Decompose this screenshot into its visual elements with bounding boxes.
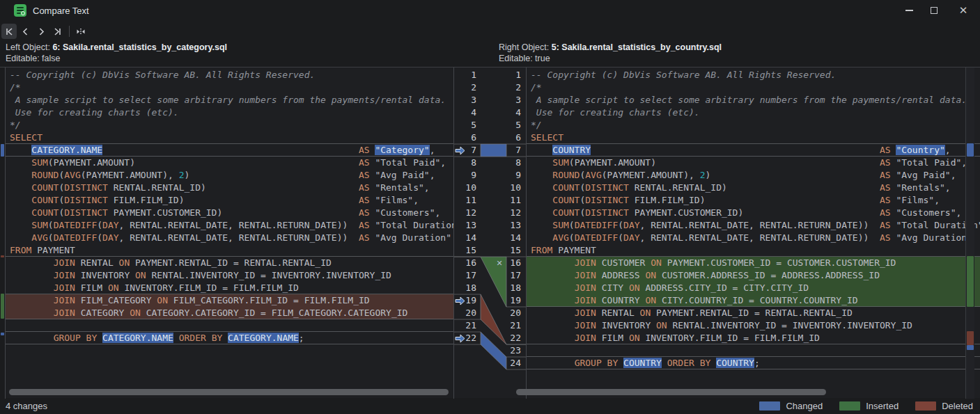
code-line: COUNT(DISTINCT FILM.FILM_ID)AS "Films", bbox=[526, 194, 980, 207]
code-line: JOIN FILM_CATEGORY ON FILM_CATEGORY.FILM… bbox=[5, 294, 453, 307]
code-line: SUM(PAYMENT.AMOUNT)AS "Total Paid", bbox=[5, 157, 453, 169]
diff-border-line bbox=[526, 156, 980, 157]
code-line: A sample script to select some arbitrary… bbox=[526, 94, 980, 106]
code-line: COUNTRYAS "Country", bbox=[526, 144, 980, 157]
legend-label: Inserted bbox=[866, 401, 899, 411]
code-line: /* bbox=[5, 81, 453, 94]
left-overview-strip bbox=[0, 67, 5, 399]
merge-arrow-icon[interactable] bbox=[455, 296, 465, 305]
code-line: GROUP BY CATEGORY.NAME ORDER BY CATEGORY… bbox=[5, 332, 453, 344]
code-line: JOIN INVENTORY ON RENTAL.INVENTORY_ID = … bbox=[526, 319, 980, 332]
diff-border-line bbox=[5, 143, 453, 144]
code-line: ROUND(AVG(PAYMENT.AMOUNT), 2)AS "Avg Pai… bbox=[5, 169, 453, 182]
diff-legend: Changed Inserted Deleted bbox=[759, 398, 973, 414]
legend-label: Deleted bbox=[942, 401, 973, 411]
diff-border-line bbox=[5, 294, 453, 294]
reject-insertion-icon[interactable]: ✕ bbox=[495, 259, 504, 267]
last-difference-button[interactable] bbox=[49, 24, 65, 39]
window-title: Compare Text bbox=[33, 6, 89, 16]
code-line: COUNT(DISTINCT RENTAL.RENTAL_ID)AS "Rent… bbox=[5, 182, 453, 194]
code-line: JOIN CUSTOMER ON PAYMENT.CUSTOMER_ID = C… bbox=[526, 257, 980, 269]
code-line: SELECT bbox=[526, 132, 980, 144]
left-object-name: 6: Sakila.rental_statistics_by_category.… bbox=[52, 42, 227, 52]
legend-item-inserted: Inserted bbox=[839, 401, 899, 411]
code-line: COUNT(DISTINCT FILM.FILM_ID)AS "Films", bbox=[5, 194, 453, 207]
code-line: JOIN CITY ON ADDRESS.CITY_ID = CITY.CITY… bbox=[526, 282, 980, 294]
code-line: Use for creating charts (etc). bbox=[526, 106, 980, 119]
minimize-icon bbox=[905, 10, 913, 11]
changes-count: 4 changes bbox=[6, 401, 47, 411]
last-difference-icon bbox=[53, 27, 62, 36]
title-bar: Compare Text ✕ bbox=[0, 0, 980, 21]
overview-marker-deleted bbox=[1, 255, 4, 257]
merge-arrow-icon[interactable] bbox=[455, 146, 465, 155]
compare-area: -- Copyright (c) DbVis Software AB. All … bbox=[0, 67, 980, 398]
code-line bbox=[526, 344, 980, 357]
toolbar bbox=[0, 21, 980, 42]
left-code-editor[interactable]: -- Copyright (c) DbVis Software AB. All … bbox=[5, 67, 453, 399]
diff-border-line bbox=[5, 156, 453, 157]
toolbar-separator bbox=[69, 26, 70, 37]
overview-marker-inserted bbox=[1, 294, 4, 319]
diff-connector-canvas bbox=[453, 67, 526, 399]
left-object-prefix: Left Object: bbox=[6, 42, 52, 52]
diff-border-line bbox=[526, 256, 980, 257]
overview-marker-changed bbox=[1, 333, 4, 335]
code-line: SELECT bbox=[5, 132, 453, 144]
close-button[interactable]: ✕ bbox=[953, 3, 974, 18]
right-object-prefix: Right Object: bbox=[499, 42, 552, 52]
first-difference-button[interactable] bbox=[1, 24, 17, 39]
inserted-color-swatch bbox=[839, 401, 860, 411]
code-line: Use for creating charts (etc). bbox=[5, 106, 453, 119]
code-line: JOIN INVENTORY ON RENTAL.INVENTORY_ID = … bbox=[5, 269, 453, 282]
code-line: JOIN ADDRESS ON CUSTOMER.ADDRESS_ID = AD… bbox=[526, 269, 980, 282]
code-line: JOIN CATEGORY ON CATEGORY.CATEGORY_ID = … bbox=[5, 307, 453, 319]
overview-marker-changed bbox=[967, 345, 974, 350]
code-line: JOIN COUNTRY ON CITY.COUNTRY_ID = COUNTR… bbox=[526, 294, 980, 307]
overview-marker-deleted bbox=[967, 331, 974, 345]
diff-border-line bbox=[5, 319, 453, 319]
legend-item-changed: Changed bbox=[759, 401, 823, 411]
code-line: SUM(PAYMENT.AMOUNT)AS "Total Paid", bbox=[526, 157, 980, 169]
legend-item-deleted: Deleted bbox=[915, 401, 973, 411]
right-horizontal-scrollbar[interactable] bbox=[516, 389, 826, 395]
minimize-button[interactable] bbox=[899, 3, 919, 18]
code-line: /* bbox=[526, 81, 980, 94]
code-line: AVG(DATEDIFF(DAY, RENTAL.RENTAL_DATE, RE… bbox=[526, 232, 980, 244]
code-line: AVG(DATEDIFF(DAY, RENTAL.RENTAL_DATE, RE… bbox=[5, 232, 453, 244]
code-line: JOIN RENTAL ON PAYMENT.RENTAL_ID = RENTA… bbox=[526, 307, 980, 319]
diff-border-line bbox=[5, 256, 453, 257]
first-difference-icon bbox=[5, 27, 14, 36]
code-line: SUM(DATEDIFF(DAY, RENTAL.RENTAL_DATE, RE… bbox=[526, 219, 980, 232]
diff-border-line bbox=[526, 306, 980, 307]
overview-marker-changed bbox=[1, 144, 4, 157]
code-line bbox=[5, 319, 453, 332]
right-editable-label: Editable: true bbox=[499, 53, 722, 64]
chevron-left-icon bbox=[21, 27, 30, 36]
diff-border-line bbox=[526, 143, 980, 144]
code-line: A sample script to select some arbitrary… bbox=[5, 94, 453, 106]
code-line: JOIN FILM ON INVENTORY.FILM_ID = FILM.FI… bbox=[5, 282, 453, 294]
right-code-editor[interactable]: -- Copyright (c) DbVis Software AB. All … bbox=[526, 67, 980, 399]
right-object-header: Right Object: 5: Sakila.rental_statistic… bbox=[499, 42, 722, 67]
status-bar: 4 changes Changed Inserted Deleted bbox=[0, 398, 980, 414]
deleted-color-swatch bbox=[915, 401, 936, 411]
code-line: COUNT(DISTINCT RENTAL.RENTAL_ID)AS "Rent… bbox=[526, 182, 980, 194]
code-line: JOIN RENTAL ON PAYMENT.RENTAL_ID = RENTA… bbox=[5, 257, 453, 269]
code-line: GROUP BY COUNTRY ORDER BY COUNTRY; bbox=[526, 357, 980, 369]
left-horizontal-scrollbar[interactable] bbox=[9, 389, 449, 395]
next-difference-button[interactable] bbox=[33, 24, 49, 39]
merge-arrow-icon[interactable] bbox=[455, 334, 465, 343]
code-line: -- Copyright (c) DbVis Software AB. All … bbox=[5, 69, 453, 81]
left-editable-label: Editable: false bbox=[6, 53, 227, 64]
previous-difference-button[interactable] bbox=[17, 24, 33, 39]
diff-border-line bbox=[526, 369, 980, 369]
maximize-button[interactable] bbox=[924, 3, 944, 18]
merge-differences-button[interactable] bbox=[73, 24, 88, 39]
compare-text-app-icon bbox=[14, 4, 26, 17]
code-line: */ bbox=[5, 119, 453, 132]
legend-label: Changed bbox=[786, 401, 823, 411]
code-line: FROM PAYMENT bbox=[5, 244, 453, 257]
maximize-icon bbox=[931, 7, 938, 14]
diff-border-line bbox=[5, 331, 453, 332]
